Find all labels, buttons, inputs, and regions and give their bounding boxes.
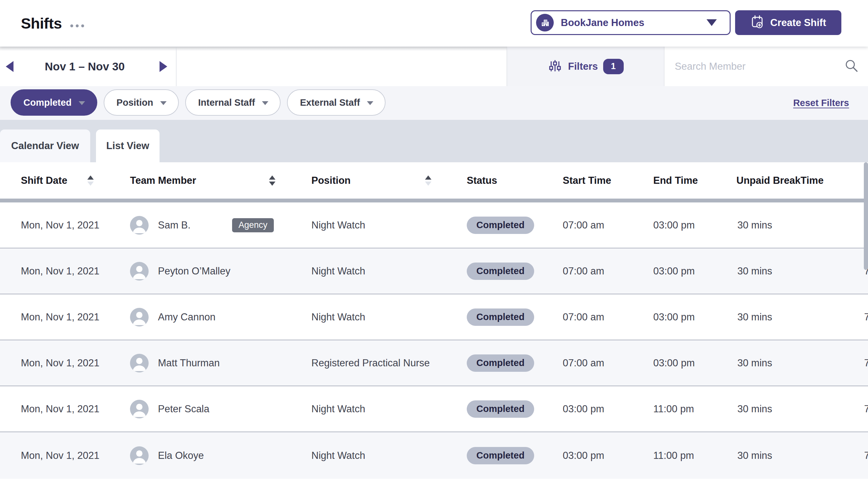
prev-period-button[interactable] <box>6 61 13 72</box>
unpaid-break: 30 mins <box>737 220 772 231</box>
shift-date: Mon, Nov 1, 2021 <box>21 357 99 369</box>
table-row[interactable]: Mon, Nov 1, 2021 Sam B. Agency Night Wat… <box>0 202 868 248</box>
avatar <box>130 262 149 281</box>
team-member-name: Sam B. <box>158 220 191 231</box>
unpaid-break: 30 mins <box>737 357 772 369</box>
col-unpaid-breaktime: Unpaid BreakTime <box>736 162 824 199</box>
divider <box>176 47 177 86</box>
chip-label: External Staff <box>300 97 360 108</box>
filters-label: Filters <box>568 61 598 72</box>
org-selector-label: BookJane Homes <box>561 17 644 29</box>
start-time: 07:00 am <box>563 311 604 323</box>
status-badge: Completed <box>467 447 534 464</box>
unpaid-break: 30 mins <box>737 265 772 277</box>
chevron-down-icon <box>367 101 373 105</box>
sort-team-member[interactable] <box>269 175 275 186</box>
team-member-name: Peter Scala <box>158 403 209 415</box>
view-tabs: Calendar View List View <box>0 120 868 162</box>
date-range-label: Nov 1 – Nov 30 <box>26 47 144 86</box>
col-status: Status <box>467 162 497 199</box>
position: Night Watch <box>311 311 365 323</box>
end-time: 03:00 pm <box>653 220 695 231</box>
filters-count-badge: 1 <box>603 59 624 74</box>
create-shift-button[interactable]: Create Shift <box>735 10 841 35</box>
agency-badge: Agency <box>232 218 274 232</box>
chevron-down-icon <box>262 101 268 105</box>
tab-calendar-view[interactable]: Calendar View <box>0 130 90 162</box>
filter-chips-row: Completed Position Internal Staff Extern… <box>0 86 868 120</box>
start-time: 07:00 am <box>563 265 604 277</box>
unpaid-break: 30 mins <box>737 450 772 461</box>
status-badge: Completed <box>467 217 534 234</box>
app-root: Shifts <box>0 0 868 482</box>
col-shift-date: Shift Date <box>21 162 67 199</box>
table-row[interactable]: Mon, Nov 1, 2021 Peyton O’Malley Night W… <box>0 248 868 294</box>
unpaid-break: 30 mins <box>737 311 772 323</box>
avatar <box>130 354 149 372</box>
org-selector[interactable]: BookJane Homes <box>531 10 731 35</box>
chip-internal-staff[interactable]: Internal Staff <box>185 89 281 116</box>
chip-label: Internal Staff <box>198 97 255 108</box>
chip-external-staff[interactable]: External Staff <box>287 89 385 116</box>
chevron-down-icon <box>707 19 717 26</box>
toolbar: Nov 1 – Nov 30 Filters 1 <box>0 47 868 86</box>
shift-date: Mon, Nov 1, 2021 <box>21 265 99 277</box>
start-time: 07:00 am <box>563 357 604 369</box>
clipped-cell: 7 <box>864 450 868 461</box>
position: Night Watch <box>311 220 365 231</box>
avatar <box>130 308 149 327</box>
header-actions: BookJane Homes Create Shift <box>531 10 841 35</box>
app-header: Shifts <box>0 0 868 47</box>
tab-list-view[interactable]: List View <box>96 130 159 162</box>
sort-shift-date[interactable] <box>87 175 94 186</box>
avatar <box>130 400 149 418</box>
shift-date: Mon, Nov 1, 2021 <box>21 450 99 461</box>
more-options-icon[interactable] <box>70 24 84 27</box>
page-title: Shifts <box>21 15 62 32</box>
table-row[interactable]: Mon, Nov 1, 2021 Matt Thurman Registered… <box>0 340 868 386</box>
table-row[interactable]: Mon, Nov 1, 2021 Amy Cannon Night Watch … <box>0 294 868 340</box>
chevron-down-icon <box>160 101 166 105</box>
clipped-cell: 7 <box>864 403 868 415</box>
calendar-plus-icon <box>750 15 765 31</box>
shift-date: Mon, Nov 1, 2021 <box>21 311 99 323</box>
end-time: 11:00 pm <box>653 450 694 461</box>
avatar <box>130 446 149 465</box>
next-period-button[interactable] <box>159 61 167 72</box>
sort-position[interactable] <box>425 175 431 186</box>
end-time: 03:00 pm <box>653 357 695 369</box>
sliders-icon <box>547 58 563 75</box>
shift-table-body: Mon, Nov 1, 2021 Sam B. Agency Night Wat… <box>0 202 868 479</box>
team-member-name: Peyton O’Malley <box>158 265 230 277</box>
filter-chips: Completed Position Internal Staff Extern… <box>10 89 385 116</box>
create-shift-label: Create Shift <box>770 17 826 29</box>
chip-label: Completed <box>24 97 71 108</box>
table-row[interactable]: Mon, Nov 1, 2021 Ela Okoye Night Watch C… <box>0 432 868 479</box>
chevron-down-icon <box>79 101 85 105</box>
position: Night Watch <box>311 403 365 415</box>
member-search <box>664 47 868 86</box>
position: Night Watch <box>311 450 365 461</box>
clipped-cell: 7 <box>864 311 868 323</box>
shift-date: Mon, Nov 1, 2021 <box>21 220 99 231</box>
status-badge: Completed <box>467 400 534 418</box>
start-time: 03:00 pm <box>563 450 604 461</box>
table-header-divider <box>0 199 868 202</box>
col-team-member: Team Member <box>130 162 196 199</box>
start-time: 07:00 am <box>563 220 604 231</box>
chip-label: Position <box>117 97 153 108</box>
position: Night Watch <box>311 265 365 277</box>
unpaid-break: 30 mins <box>737 403 772 415</box>
vertical-scrollbar-thumb[interactable] <box>864 162 868 270</box>
table-row[interactable]: Mon, Nov 1, 2021 Peter Scala Night Watch… <box>0 386 868 432</box>
filters-button[interactable]: Filters 1 <box>507 47 664 86</box>
search-member-input[interactable] <box>675 47 829 86</box>
building-icon <box>536 14 554 31</box>
status-badge: Completed <box>467 355 534 372</box>
team-member-name: Amy Cannon <box>158 311 215 323</box>
search-icon[interactable] <box>844 58 859 75</box>
chip-completed[interactable]: Completed <box>10 89 97 116</box>
chip-position[interactable]: Position <box>104 89 179 116</box>
end-time: 03:00 pm <box>653 311 695 323</box>
reset-filters-link[interactable]: Reset Filters <box>793 86 849 120</box>
